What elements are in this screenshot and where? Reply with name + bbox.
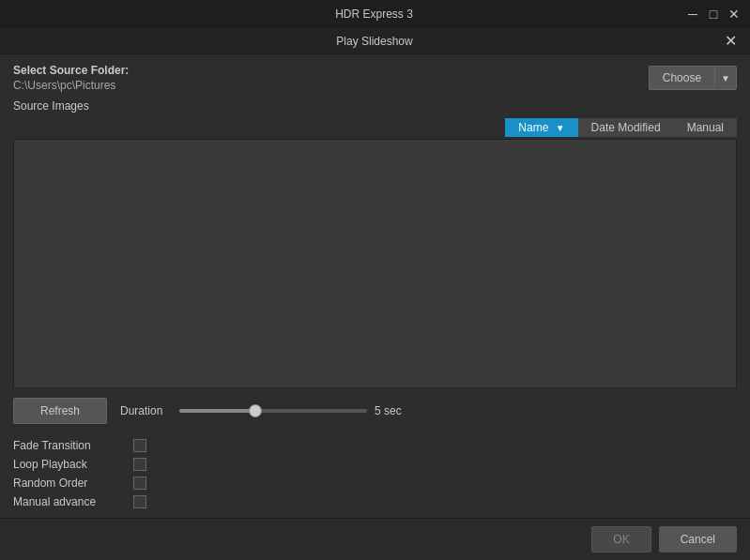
ok-button[interactable]: OK xyxy=(591,526,651,552)
title-bar: HDR Express 3 ─ □ ✕ xyxy=(0,0,750,28)
dialog-footer: OK Cancel xyxy=(0,518,750,560)
loop-playback-checkbox[interactable] xyxy=(133,458,146,471)
fade-transition-checkbox[interactable] xyxy=(133,439,146,452)
fade-transition-label: Fade Transition xyxy=(13,439,126,452)
minimize-button[interactable]: ─ xyxy=(684,6,701,23)
cancel-button[interactable]: Cancel xyxy=(659,526,737,552)
select-folder-label: Select Source Folder: xyxy=(13,64,649,77)
manual-advance-checkbox[interactable] xyxy=(133,495,146,508)
dialog-close-button[interactable]: ✕ xyxy=(721,32,741,51)
manual-advance-row: Manual advance xyxy=(13,495,737,508)
sort-dropdown-icon: ▼ xyxy=(556,123,565,133)
random-order-label: Random Order xyxy=(13,477,126,490)
fade-transition-row: Fade Transition xyxy=(13,439,737,452)
manual-advance-label: Manual advance xyxy=(13,495,126,508)
refresh-button[interactable]: Refresh xyxy=(13,398,107,424)
choose-button[interactable]: Choose xyxy=(649,66,714,90)
dialog-title-bar: Play Slideshow ✕ xyxy=(0,28,750,54)
choose-dropdown-button[interactable]: ▼ xyxy=(714,66,737,90)
duration-row: Duration 5 sec xyxy=(120,404,407,417)
app-title: HDR Express 3 xyxy=(64,8,684,21)
random-order-row: Random Order xyxy=(13,477,737,490)
folder-label-group: Select Source Folder: C:\Users\pc\Pictur… xyxy=(13,64,649,92)
choose-btn-group: Choose ▼ xyxy=(649,66,737,90)
restore-button[interactable]: □ xyxy=(705,6,722,23)
folder-path: C:\Users\pc\Pictures xyxy=(13,79,649,92)
image-list-area xyxy=(13,139,737,388)
sort-by-manual-button[interactable]: Manual xyxy=(674,118,737,137)
refresh-row: Refresh Duration 5 sec xyxy=(13,398,737,424)
loop-playback-label: Loop Playback xyxy=(13,458,126,471)
duration-value: 5 sec xyxy=(375,404,407,417)
duration-slider[interactable] xyxy=(179,409,367,413)
loop-playback-row: Loop Playback xyxy=(13,458,737,471)
sort-bar: Name ▼ Date Modified Manual xyxy=(13,118,737,137)
source-images-label: Source Images xyxy=(13,99,737,113)
duration-label: Duration xyxy=(120,404,172,417)
sort-by-name-button[interactable]: Name ▼ xyxy=(505,118,577,137)
options-section: Fade Transition Loop Playback Random Ord… xyxy=(13,439,737,508)
dialog-content: Select Source Folder: C:\Users\pc\Pictur… xyxy=(0,54,750,518)
dialog-title: Play Slideshow xyxy=(28,35,721,48)
random-order-checkbox[interactable] xyxy=(133,477,146,490)
close-window-button[interactable]: ✕ xyxy=(726,6,742,23)
sort-by-date-button[interactable]: Date Modified xyxy=(578,118,674,137)
folder-row: Select Source Folder: C:\Users\pc\Pictur… xyxy=(13,64,737,92)
window-controls: ─ □ ✕ xyxy=(684,6,742,23)
